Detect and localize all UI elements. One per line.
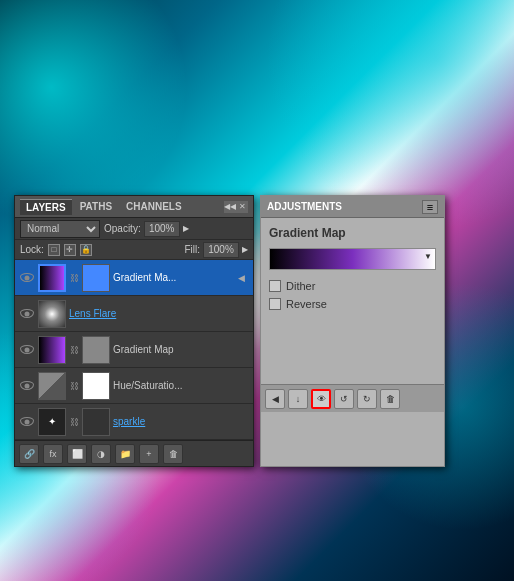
panels-container: LAYERS PATHS CHANNELS ◀◀ ✕ Normal Multip… [14, 195, 445, 467]
layers-list: ⛓ Gradient Ma... ◀ Lens Flare ⛓ [15, 260, 253, 440]
delete-layer-button[interactable]: 🗑 [163, 444, 183, 464]
layer-name: Lens Flare [69, 308, 249, 319]
layer-thumbnail [38, 264, 66, 292]
adjustments-body: Gradient Map Dither Reverse [261, 218, 444, 324]
tab-layers[interactable]: LAYERS [20, 199, 72, 215]
adjustment-layer-button[interactable]: ◑ [91, 444, 111, 464]
layer-name: Hue/Saturatio... [113, 380, 249, 391]
dither-checkbox[interactable] [269, 280, 281, 292]
dither-label: Dither [286, 280, 315, 292]
new-layer-button[interactable]: + [139, 444, 159, 464]
fill-input[interactable] [203, 242, 239, 258]
eye-visibility-icon[interactable] [19, 306, 35, 322]
opacity-arrow[interactable]: ▶ [183, 224, 189, 233]
blend-mode-row: Normal Multiply Screen Opacity: ▶ [15, 218, 253, 240]
layers-panel-footer: 🔗 fx ⬜ ◑ 📁 + 🗑 [15, 440, 253, 466]
lock-row: Lock: □ ✛ 🔒 Fill: ▶ [15, 240, 253, 260]
layer-chain-icon[interactable]: ⛓ [69, 417, 79, 427]
fill-arrow[interactable]: ▶ [242, 245, 248, 254]
lock-label: Lock: [20, 244, 44, 255]
toggle-visibility-button[interactable]: 👁 [311, 389, 331, 409]
dither-option-row: Dither [269, 280, 436, 292]
fill-label: Fill: [184, 244, 200, 255]
gradient-map-preview[interactable] [269, 248, 436, 270]
layer-thumbnail [38, 372, 66, 400]
eye-visibility-icon[interactable] [19, 342, 35, 358]
layer-mask-button[interactable]: ⬜ [67, 444, 87, 464]
panel-tabs: LAYERS PATHS CHANNELS [20, 199, 222, 215]
layer-chain-icon[interactable]: ⛓ [69, 273, 79, 283]
group-layer-button[interactable]: 📁 [115, 444, 135, 464]
adjustment-type-title: Gradient Map [269, 226, 436, 240]
panel-collapse-button[interactable]: ◀◀ [224, 201, 236, 213]
delete-adjustment-button[interactable]: 🗑 [380, 389, 400, 409]
tab-channels[interactable]: CHANNELS [120, 199, 188, 214]
adjustments-footer: ◀ ↓ 👁 ↺ ↻ 🗑 [261, 384, 444, 412]
layer-item[interactable]: ⛓ Gradient Map [15, 332, 253, 368]
layer-name: sparkle [113, 416, 249, 427]
layer-chain-icon[interactable]: ⛓ [69, 381, 79, 391]
link-layers-button[interactable]: 🔗 [19, 444, 39, 464]
back-button[interactable]: ◀ [265, 389, 285, 409]
adjustments-header: ADJUSTMENTS ≡ [261, 196, 444, 218]
lock-move-icon[interactable]: ✛ [64, 244, 76, 256]
blend-mode-select[interactable]: Normal Multiply Screen [20, 220, 100, 238]
reset-to-defaults-button[interactable]: ↺ [334, 389, 354, 409]
layer-fx-button[interactable]: fx [43, 444, 63, 464]
layers-panel-header: LAYERS PATHS CHANNELS ◀◀ ✕ [15, 196, 253, 218]
panel-close-button[interactable]: ✕ [236, 201, 248, 213]
opacity-label: Opacity: [104, 223, 141, 234]
layer-name: Gradient Map [113, 344, 249, 355]
layer-item[interactable]: ⛓ Gradient Ma... ◀ [15, 260, 253, 296]
opacity-input[interactable] [144, 221, 180, 237]
adjustments-title: ADJUSTMENTS [267, 201, 342, 212]
layer-thumbnail [38, 336, 66, 364]
fill-row: Fill: ▶ [184, 242, 248, 258]
opacity-row: Opacity: ▶ [104, 221, 189, 237]
adjustments-panel: ADJUSTMENTS ≡ Gradient Map Dither Revers… [260, 195, 445, 467]
adjustments-menu-button[interactable]: ≡ [422, 200, 438, 214]
layer-item[interactable]: Lens Flare [15, 296, 253, 332]
layer-mask-thumbnail [82, 408, 110, 436]
layer-extra-icon: ◀ [233, 270, 249, 286]
layer-thumbnail [38, 300, 66, 328]
eye-visibility-icon[interactable] [19, 414, 35, 430]
reverse-checkbox[interactable] [269, 298, 281, 310]
layer-mask-thumbnail [82, 336, 110, 364]
layer-mask-thumbnail [82, 372, 110, 400]
layer-item[interactable]: ⛓ Hue/Saturatio... [15, 368, 253, 404]
layer-thumbnail: ✦ [38, 408, 66, 436]
eye-visibility-icon[interactable] [19, 270, 35, 286]
tab-paths[interactable]: PATHS [74, 199, 118, 214]
layers-panel: LAYERS PATHS CHANNELS ◀◀ ✕ Normal Multip… [14, 195, 254, 467]
lock-all-icon[interactable]: 🔒 [80, 244, 92, 256]
layer-mask-thumbnail [82, 264, 110, 292]
reverse-label: Reverse [286, 298, 327, 310]
layer-name: Gradient Ma... [113, 272, 230, 283]
clip-to-layer-button[interactable]: ↓ [288, 389, 308, 409]
refresh-button[interactable]: ↻ [357, 389, 377, 409]
eye-visibility-icon[interactable] [19, 378, 35, 394]
reverse-option-row: Reverse [269, 298, 436, 310]
layer-item[interactable]: ✦ ⛓ sparkle [15, 404, 253, 440]
layer-chain-icon[interactable]: ⛓ [69, 345, 79, 355]
lock-pixel-icon[interactable]: □ [48, 244, 60, 256]
